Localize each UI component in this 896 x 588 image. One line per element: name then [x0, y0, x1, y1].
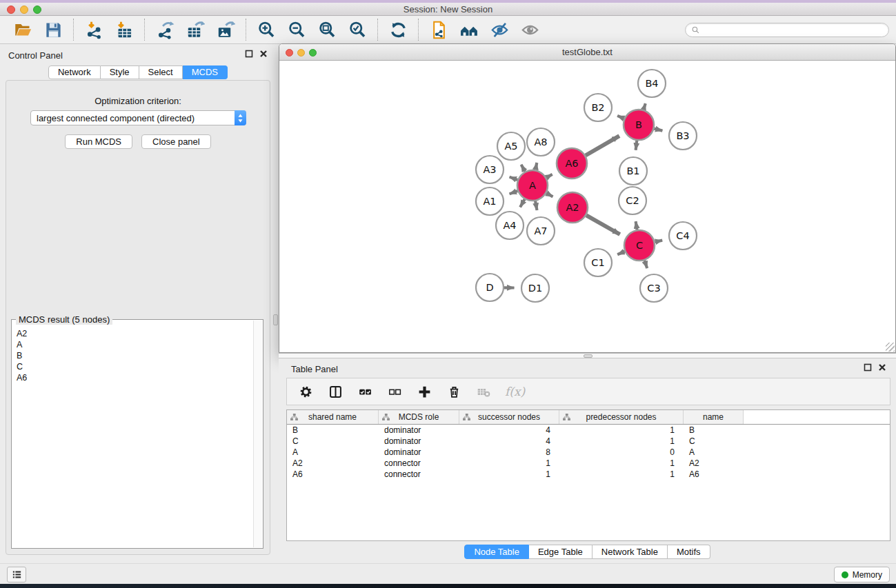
- create-new-column-button[interactable]: [416, 383, 432, 400]
- graph-edge-A-A3[interactable]: [510, 177, 518, 180]
- mcds-result-item[interactable]: B: [17, 350, 252, 361]
- table-cell[interactable]: A: [684, 447, 744, 457]
- mcds-result-item[interactable]: A6: [17, 372, 252, 383]
- table-cell[interactable]: C: [684, 436, 744, 446]
- zoom-window-button[interactable]: [33, 6, 41, 14]
- graph-node-A7[interactable]: A7: [527, 217, 555, 245]
- column-header-MCDS-role[interactable]: MCDS role: [379, 410, 459, 424]
- first-neighbors-of-selected-button[interactable]: [458, 19, 480, 40]
- mcds-result-item[interactable]: A2: [17, 328, 252, 339]
- table-row[interactable]: Bdominator41B: [287, 425, 890, 436]
- table-cell[interactable]: 1: [459, 469, 559, 479]
- graph-node-C2[interactable]: C2: [619, 187, 646, 214]
- resize-corner[interactable]: [886, 343, 895, 352]
- graph-node-B1[interactable]: B1: [619, 157, 647, 185]
- task-history-button[interactable]: [7, 567, 26, 582]
- table-row[interactable]: Adominator80A: [287, 447, 890, 458]
- minimize-window-button[interactable]: [20, 6, 28, 14]
- table-row[interactable]: Cdominator41C: [287, 436, 890, 447]
- tab-select[interactable]: Select: [139, 65, 183, 79]
- mcds-result-item[interactable]: C: [17, 361, 252, 372]
- export-image-button[interactable]: [215, 19, 237, 40]
- tab-mcds[interactable]: MCDS: [183, 65, 228, 79]
- open-session-button[interactable]: [12, 19, 34, 40]
- float-panel-button[interactable]: [245, 50, 253, 58]
- zoom-out-button[interactable]: [286, 19, 308, 40]
- horizontal-split-divider[interactable]: [279, 353, 896, 358]
- graph-edge-A2-C[interactable]: [586, 215, 620, 234]
- close-table-panel-button[interactable]: [878, 363, 886, 372]
- table-cell[interactable]: A2: [684, 458, 744, 468]
- memory-button[interactable]: Memory: [834, 567, 890, 582]
- table-cell[interactable]: B: [287, 425, 379, 435]
- table-cell[interactable]: 8: [459, 447, 559, 457]
- graph-node-A3[interactable]: A3: [476, 156, 504, 183]
- run-mcds-button[interactable]: Run MCDS: [65, 134, 132, 149]
- apply-preferred-layout-button[interactable]: [387, 19, 409, 40]
- table-cell[interactable]: 1: [559, 436, 684, 446]
- graph-node-D[interactable]: D: [476, 274, 504, 301]
- show-hide-columns-button[interactable]: [327, 383, 344, 400]
- column-header-successor-nodes[interactable]: successor nodes: [459, 410, 559, 424]
- graph-node-C[interactable]: C: [624, 230, 655, 261]
- zoom-in-button[interactable]: [255, 19, 277, 40]
- table-cell[interactable]: 1: [559, 458, 684, 468]
- table-cell[interactable]: dominator: [379, 447, 459, 457]
- graph-node-B4[interactable]: B4: [638, 70, 666, 97]
- zoom-selected-region-button[interactable]: [346, 19, 368, 40]
- close-window-button[interactable]: [7, 6, 15, 14]
- show-all-hidden-button[interactable]: [519, 19, 541, 40]
- tab-network[interactable]: Network: [48, 65, 101, 79]
- table-cell[interactable]: 4: [459, 436, 559, 446]
- close-panel-button-2[interactable]: Close panel: [141, 134, 211, 149]
- hide-selected-button[interactable]: [488, 19, 510, 40]
- graph-node-A4[interactable]: A4: [496, 212, 524, 239]
- graph-edge-C-C1[interactable]: [617, 252, 625, 255]
- delete-table-button[interactable]: [475, 383, 492, 400]
- deselect-all-rows-button[interactable]: [386, 383, 403, 400]
- table-cell[interactable]: 4: [459, 425, 559, 435]
- graph-node-B3[interactable]: B3: [669, 122, 697, 150]
- function-builder-button[interactable]: f(x): [505, 383, 525, 400]
- graph-node-C4[interactable]: C4: [669, 222, 697, 250]
- graph-edge-A-A5[interactable]: [521, 165, 525, 172]
- graph-node-C3[interactable]: C3: [640, 274, 668, 302]
- table-cell[interactable]: connector: [379, 469, 459, 479]
- graph-edge-B-B4[interactable]: [644, 103, 646, 110]
- table-mode-button[interactable]: [297, 383, 314, 400]
- vertical-split-handle[interactable]: [273, 314, 278, 325]
- search-box[interactable]: [685, 23, 889, 37]
- result-scrollbar[interactable]: [253, 321, 262, 547]
- table-row[interactable]: A6connector11A6: [287, 469, 890, 480]
- graph-edge-C-C4[interactable]: [655, 241, 663, 242]
- mcds-result-item[interactable]: A: [17, 339, 252, 350]
- network-zoom-button[interactable]: [309, 49, 317, 57]
- graph-node-A2[interactable]: A2: [557, 192, 588, 223]
- table-cell[interactable]: connector: [379, 458, 459, 468]
- graph-node-B2[interactable]: B2: [584, 94, 612, 121]
- column-header-shared-name[interactable]: shared name: [287, 410, 379, 424]
- graph-node-A5[interactable]: A5: [497, 132, 525, 160]
- table-cell[interactable]: dominator: [379, 425, 459, 435]
- graph-edge-A-A1[interactable]: [510, 191, 518, 194]
- graph-edge-A-A7[interactable]: [535, 201, 537, 210]
- table-cell[interactable]: C: [287, 436, 379, 446]
- table-cell[interactable]: A: [287, 447, 379, 457]
- table-cell[interactable]: 1: [559, 425, 684, 435]
- tab-edge-table[interactable]: Edge Table: [529, 545, 593, 559]
- table-cell[interactable]: A6: [287, 469, 379, 479]
- graph-edge-A-A2[interactable]: [546, 193, 552, 196]
- table-cell[interactable]: B: [684, 425, 744, 435]
- table-cell[interactable]: dominator: [379, 436, 459, 446]
- graph-edge-C-C3[interactable]: [644, 261, 647, 268]
- import-network-from-file-button[interactable]: [83, 19, 105, 40]
- table-cell[interactable]: 1: [459, 458, 559, 468]
- network-close-button[interactable]: [286, 49, 293, 57]
- export-table-button[interactable]: [184, 19, 206, 40]
- column-header-predecessor-nodes[interactable]: predecessor nodes: [559, 410, 684, 424]
- optimization-criterion-select[interactable]: largest connected component (directed): [30, 110, 246, 125]
- graph-edge-B-B2[interactable]: [617, 116, 624, 119]
- export-network-button[interactable]: [154, 19, 176, 40]
- graph-node-A6[interactable]: A6: [557, 148, 587, 179]
- graph-edge-A6-B[interactable]: [586, 136, 619, 155]
